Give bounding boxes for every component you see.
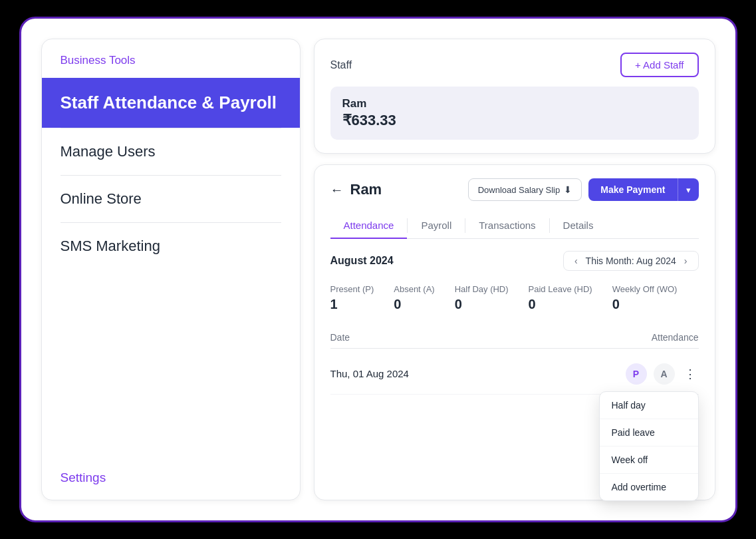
back-nav: ← Ram: [330, 181, 382, 198]
this-month-label: This Month: Aug 2024: [586, 256, 676, 266]
tab-attendance[interactable]: Attendance: [330, 213, 408, 239]
month-label: August 2024: [330, 255, 394, 267]
tab-bar: Attendance Payroll Transactions Details: [330, 213, 699, 239]
nav-item-sms-marketing[interactable]: SMS Marketing: [42, 223, 300, 270]
stat-present-value: 1: [330, 297, 374, 312]
table-row: Thu, 01 Aug 2024 P A ⋮ Half day Paid lea…: [330, 354, 699, 395]
nav-item-online-store[interactable]: Online Store: [42, 176, 300, 222]
col-attendance-label: Attendance: [652, 332, 699, 343]
nav-item-staff-attendance[interactable]: Staff Attendance & Payroll: [42, 78, 300, 128]
download-icon: ⬇: [564, 184, 572, 195]
business-tools-label: Business Tools: [42, 39, 300, 78]
detail-header: ← Ram Download Salary Slip ⬇ Make Paymen…: [330, 178, 699, 201]
staff-amount: ₹633.33: [342, 112, 687, 129]
staff-detail-card: ← Ram Download Salary Slip ⬇ Make Paymen…: [314, 164, 715, 500]
row-date: Thu, 01 Aug 2024: [330, 368, 409, 379]
app-container: Business Tools Staff Attendance & Payrol…: [19, 17, 737, 522]
dropdown-item-paid-leave[interactable]: Paid leave: [600, 419, 698, 447]
table-header: Date Attendance: [330, 327, 699, 349]
stat-paid-leave-value: 0: [529, 297, 592, 312]
attendance-actions: P A ⋮: [626, 363, 699, 385]
month-bar: August 2024 ‹ This Month: Aug 2024 ›: [330, 251, 699, 271]
chevron-down-icon: ▾: [686, 185, 691, 195]
dropdown-item-halfday[interactable]: Half day: [600, 392, 698, 419]
back-arrow-icon[interactable]: ←: [330, 182, 344, 198]
tab-transactions[interactable]: Transactions: [465, 213, 549, 239]
staff-row[interactable]: Ram ₹633.33: [330, 87, 699, 140]
prev-month-button[interactable]: ‹: [572, 256, 580, 266]
add-staff-button[interactable]: + Add Staff: [620, 53, 699, 77]
staff-header-label: Staff: [330, 59, 352, 71]
staff-list-card: Staff + Add Staff Ram ₹633.33: [314, 39, 715, 154]
staff-name: Ram: [342, 97, 687, 110]
tab-payroll[interactable]: Payroll: [408, 213, 465, 239]
stat-halfday-label: Half Day (HD): [455, 284, 509, 294]
stat-halfday-value: 0: [455, 297, 509, 312]
month-navigator: ‹ This Month: Aug 2024 ›: [563, 251, 699, 271]
next-month-button[interactable]: ›: [682, 256, 690, 266]
employee-name: Ram: [350, 181, 382, 198]
dropdown-item-add-overtime[interactable]: Add overtime: [600, 474, 698, 500]
stats-row: Present (P) 1 Absent (A) 0 Half Day (HD)…: [330, 284, 699, 312]
absent-button[interactable]: A: [654, 363, 675, 385]
left-sidebar: Business Tools Staff Attendance & Payrol…: [41, 39, 301, 500]
stat-weekly-off-label: Weekly Off (WO): [612, 284, 678, 294]
download-salary-slip-label: Download Salary Slip: [478, 185, 561, 195]
make-payment-button[interactable]: Make Payment: [588, 178, 677, 201]
staff-list-header: Staff + Add Staff: [330, 53, 699, 77]
present-button[interactable]: P: [626, 363, 647, 385]
stat-weekly-off-value: 0: [612, 297, 678, 312]
download-salary-slip-button[interactable]: Download Salary Slip ⬇: [468, 178, 582, 201]
more-options-button[interactable]: ⋮: [682, 367, 699, 381]
stat-weekly-off: Weekly Off (WO) 0: [612, 284, 678, 312]
nav-item-manage-users[interactable]: Manage Users: [42, 128, 300, 175]
stat-paid-leave: Paid Leave (HD) 0: [529, 284, 592, 312]
attendance-dropdown-menu: Half day Paid leave Week off Add overtim…: [599, 391, 699, 501]
tab-details[interactable]: Details: [550, 213, 607, 239]
stat-halfday: Half Day (HD) 0: [455, 284, 509, 312]
col-date-label: Date: [330, 332, 350, 343]
stat-absent-label: Absent (A): [394, 284, 434, 294]
stat-present-label: Present (P): [330, 284, 374, 294]
stat-absent: Absent (A) 0: [394, 284, 434, 312]
make-payment-dropdown-button[interactable]: ▾: [678, 178, 699, 201]
stat-absent-value: 0: [394, 297, 434, 312]
stat-present: Present (P) 1: [330, 284, 374, 312]
dropdown-item-week-off[interactable]: Week off: [600, 447, 698, 474]
make-payment-group: Make Payment ▾: [588, 178, 698, 201]
settings-label[interactable]: Settings: [42, 456, 300, 500]
header-actions: Download Salary Slip ⬇ Make Payment ▾: [468, 178, 699, 201]
stat-paid-leave-label: Paid Leave (HD): [529, 284, 592, 294]
right-panel: Staff + Add Staff Ram ₹633.33 ← Ram Down…: [314, 39, 715, 500]
